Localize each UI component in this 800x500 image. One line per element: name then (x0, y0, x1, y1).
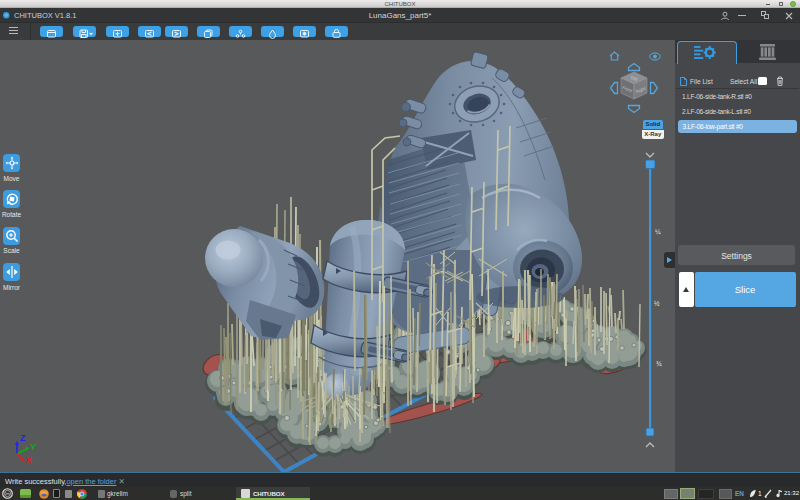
svg-text:lm: lm (5, 491, 10, 496)
svg-text:¾: ¾ (656, 360, 662, 367)
svg-text:½: ½ (654, 300, 660, 307)
svg-text:X: X (26, 455, 32, 465)
svg-text:Z: Z (20, 433, 26, 443)
svg-text:Y: Y (30, 442, 36, 452)
svg-text:¼: ¼ (655, 228, 661, 235)
